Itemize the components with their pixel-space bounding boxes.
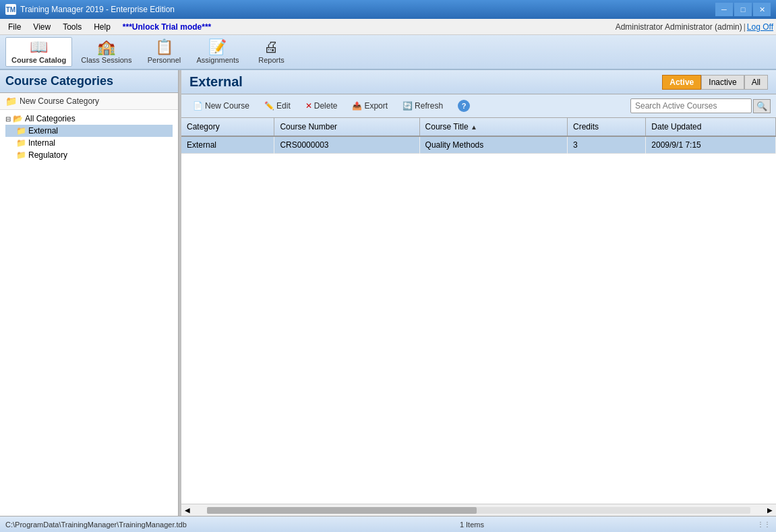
menu-tools[interactable]: Tools bbox=[57, 21, 87, 33]
cell-course-number: CRS0000003 bbox=[274, 136, 419, 154]
search-box: 🔍 bbox=[630, 98, 771, 113]
logoff-link[interactable]: Log Off bbox=[747, 22, 773, 32]
delete-label: Delete bbox=[314, 101, 338, 111]
right-panel-title: External bbox=[189, 74, 243, 90]
left-panel: Course Categories 📁 New Course Category … bbox=[0, 70, 179, 516]
column-date-label: Date Updated bbox=[651, 122, 701, 131]
right-panel: www.trainingmanager.com www.trainingmana… bbox=[181, 70, 776, 516]
column-course-title-label: Course Title bbox=[425, 122, 469, 131]
folder-icon-internal: 📁 bbox=[16, 138, 26, 148]
course-catalog-icon: 📖 bbox=[30, 40, 48, 55]
search-button[interactable]: 🔍 bbox=[753, 99, 771, 113]
personnel-label: Personnel bbox=[148, 56, 181, 64]
scroll-thumb[interactable] bbox=[207, 507, 477, 514]
table-row[interactable]: External CRS0000003 Quality Methods 3 20… bbox=[181, 136, 776, 154]
scroll-left-button[interactable]: ◀ bbox=[181, 506, 193, 514]
unlock-trial[interactable]: ***Unlock Trial mode*** bbox=[117, 21, 216, 33]
assignments-icon: 📝 bbox=[208, 40, 227, 55]
tree-item-internal[interactable]: 📁 Internal bbox=[5, 137, 173, 149]
scroll-track[interactable] bbox=[207, 507, 750, 514]
toolbar-reports[interactable]: 🖨 Reports bbox=[247, 37, 295, 67]
active-status-button[interactable]: Active bbox=[662, 75, 701, 90]
column-credits-label: Credits bbox=[573, 122, 599, 131]
reports-label: Reports bbox=[258, 56, 285, 64]
courses-table-wrapper[interactable]: Category Course Number Course Title ▲ Cr… bbox=[181, 118, 776, 504]
category-tree: ⊟ 📂 All Categories 📁 External 📁 Internal… bbox=[0, 110, 178, 516]
app-icon: TM bbox=[5, 4, 16, 15]
new-course-category-button[interactable]: 📁 New Course Category bbox=[0, 93, 178, 110]
new-course-icon: 📄 bbox=[193, 101, 203, 111]
title-bar-left: TM Training Manager 2019 - Enterprise Ed… bbox=[5, 4, 175, 15]
maximize-button[interactable]: □ bbox=[734, 3, 752, 16]
search-input[interactable] bbox=[630, 98, 752, 113]
resize-grip: ⋮⋮ bbox=[757, 521, 771, 528]
toolbar-course-catalog[interactable]: 📖 Course Catalog bbox=[5, 37, 72, 67]
status-path: C:\ProgramData\TrainingManager\TrainingM… bbox=[5, 521, 187, 529]
status-items-count: 1 Items bbox=[460, 521, 484, 529]
right-panel-header: External Active Inactive All bbox=[181, 70, 776, 94]
export-button[interactable]: 📤 Export bbox=[346, 98, 394, 113]
cell-category: External bbox=[181, 136, 274, 154]
export-label: Export bbox=[364, 101, 388, 111]
tree-item-external[interactable]: 📁 External bbox=[5, 125, 173, 137]
tree-item-regulatory[interactable]: 📁 Regulatory bbox=[5, 149, 173, 161]
main-content: Course Categories 📁 New Course Category … bbox=[0, 70, 776, 516]
column-header-credits[interactable]: Credits bbox=[567, 118, 645, 136]
courses-table: Category Course Number Course Title ▲ Cr… bbox=[181, 118, 776, 154]
tree-item-all-categories[interactable]: ⊟ 📂 All Categories bbox=[5, 113, 173, 125]
class-sessions-label: Class Sessions bbox=[81, 56, 131, 64]
window-title: Training Manager 2019 - Enterprise Editi… bbox=[20, 5, 175, 14]
status-bar: C:\ProgramData\TrainingManager\TrainingM… bbox=[0, 516, 776, 532]
new-course-button[interactable]: 📄 New Course bbox=[187, 98, 256, 113]
delete-button[interactable]: ✕ Delete bbox=[299, 98, 344, 113]
personnel-icon: 📋 bbox=[155, 40, 173, 55]
tree-label-all-categories: All Categories bbox=[25, 114, 76, 123]
folder-icon-all: 📂 bbox=[13, 114, 23, 123]
cell-course-title: Quality Methods bbox=[419, 136, 567, 154]
menu-help[interactable]: Help bbox=[88, 21, 116, 33]
edit-button[interactable]: ✏️ Edit bbox=[258, 98, 297, 113]
column-header-course-title[interactable]: Course Title ▲ bbox=[419, 118, 567, 136]
table-header-row: Category Course Number Course Title ▲ Cr… bbox=[181, 118, 776, 136]
cell-date-updated: 2009/9/1 7:15 bbox=[646, 136, 776, 154]
new-category-label: New Course Category bbox=[20, 96, 99, 106]
column-course-number-label: Course Number bbox=[280, 122, 337, 131]
toolbar-class-sessions[interactable]: 🏫 Class Sessions bbox=[75, 37, 138, 67]
new-course-label: New Course bbox=[205, 101, 249, 111]
menu-view[interactable]: View bbox=[28, 21, 56, 33]
close-button[interactable]: ✕ bbox=[753, 3, 771, 16]
folder-icon-external: 📁 bbox=[16, 126, 26, 136]
sort-arrow-asc: ▲ bbox=[471, 123, 477, 131]
scroll-right-button[interactable]: ▶ bbox=[764, 506, 776, 514]
tree-label-internal: Internal bbox=[28, 138, 55, 148]
toolbar-personnel[interactable]: 📋 Personnel bbox=[141, 37, 188, 67]
window-controls[interactable]: ─ □ ✕ bbox=[715, 3, 771, 16]
cell-credits: 3 bbox=[567, 136, 645, 154]
expand-icon-all: ⊟ bbox=[5, 115, 11, 123]
new-folder-icon: 📁 bbox=[5, 96, 17, 107]
menu-separator: | bbox=[744, 22, 746, 32]
help-button[interactable]: ? bbox=[452, 97, 476, 115]
edit-label: Edit bbox=[276, 101, 291, 111]
admin-label: Administrator Administrator (admin) bbox=[616, 22, 742, 32]
delete-icon: ✕ bbox=[305, 101, 312, 111]
menu-file[interactable]: File bbox=[3, 21, 26, 33]
tree-label-regulatory: Regulatory bbox=[28, 150, 67, 160]
column-header-category[interactable]: Category bbox=[181, 118, 274, 136]
course-catalog-label: Course Catalog bbox=[11, 56, 66, 64]
action-bar: 📄 New Course ✏️ Edit ✕ Delete 📤 Export 🔄… bbox=[181, 94, 776, 118]
inactive-status-button[interactable]: Inactive bbox=[701, 75, 744, 90]
status-button-group: Active Inactive All bbox=[662, 75, 768, 90]
class-sessions-icon: 🏫 bbox=[97, 40, 115, 55]
folder-icon-regulatory: 📁 bbox=[16, 150, 26, 160]
minimize-button[interactable]: ─ bbox=[715, 3, 733, 16]
all-status-button[interactable]: All bbox=[744, 75, 768, 90]
export-icon: 📤 bbox=[352, 101, 362, 111]
column-header-date-updated[interactable]: Date Updated bbox=[646, 118, 776, 136]
horizontal-scrollbar[interactable]: ◀ ▶ bbox=[181, 504, 776, 516]
column-category-label: Category bbox=[187, 122, 220, 131]
column-header-course-number[interactable]: Course Number bbox=[274, 118, 419, 136]
toolbar-assignments[interactable]: 📝 Assignments bbox=[191, 37, 245, 67]
tree-label-external: External bbox=[28, 126, 58, 136]
refresh-button[interactable]: 🔄 Refresh bbox=[396, 98, 449, 113]
